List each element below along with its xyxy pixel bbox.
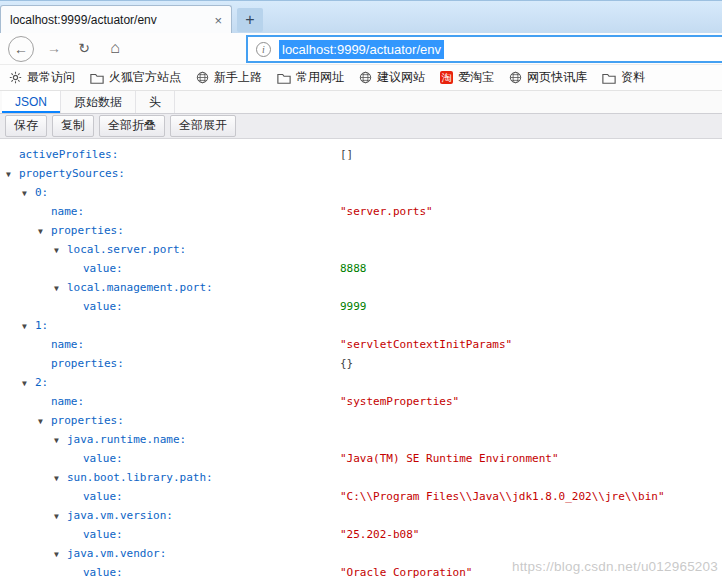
tab-close-icon[interactable]: × bbox=[214, 13, 222, 28]
json-row: activeProfiles:[] bbox=[0, 145, 722, 164]
json-key: 1: bbox=[35, 319, 48, 332]
expand-arrow-icon[interactable]: ▼ bbox=[54, 469, 67, 488]
viewer-toolbar-button[interactable]: 保存 bbox=[5, 115, 47, 137]
url-bar[interactable]: i localhost:9999/actuator/env bbox=[246, 35, 722, 63]
bookmark-label: 常用网址 bbox=[296, 69, 344, 86]
json-key: 2: bbox=[35, 376, 48, 389]
new-tab-button[interactable]: + bbox=[237, 8, 263, 32]
json-key: properties: bbox=[51, 357, 124, 370]
globe-icon bbox=[196, 71, 209, 84]
info-icon[interactable]: i bbox=[256, 42, 271, 57]
folder-icon bbox=[90, 72, 104, 84]
expand-arrow-icon[interactable]: ▼ bbox=[22, 317, 35, 336]
reload-button[interactable]: ↻ bbox=[74, 40, 94, 56]
expand-arrow-icon[interactable]: ▼ bbox=[54, 431, 67, 450]
navigation-toolbar: ← → ↻ ⌂ i localhost:9999/actuator/env bbox=[0, 33, 722, 65]
forward-button[interactable]: → bbox=[44, 40, 64, 56]
json-row: ▼local.management.port: bbox=[0, 278, 722, 297]
browser-tab[interactable]: localhost:9999/actuator/env × bbox=[0, 5, 232, 34]
expand-arrow-icon[interactable]: ▼ bbox=[22, 184, 35, 203]
tao-icon: 淘 bbox=[440, 71, 453, 84]
expand-arrow-icon[interactable]: ▼ bbox=[54, 507, 67, 526]
json-row: value:9999 bbox=[0, 297, 722, 316]
json-row: ▼0: bbox=[0, 183, 722, 202]
json-key: properties: bbox=[51, 224, 124, 237]
json-row: properties:{} bbox=[0, 354, 722, 373]
bookmark-item[interactable]: 火狐官方站点 bbox=[90, 69, 181, 86]
json-value: 9999 bbox=[340, 297, 367, 316]
tab-title: localhost:9999/actuator/env bbox=[10, 13, 208, 27]
url-input[interactable]: localhost:9999/actuator/env bbox=[279, 40, 444, 59]
watermark: https://blog.csdn.net/u012965203 bbox=[512, 559, 718, 574]
json-row: value:"Java(TM) SE Runtime Environment" bbox=[0, 449, 722, 468]
bookmark-item[interactable]: 网页快讯库 bbox=[509, 69, 587, 86]
bookmark-label: 爱淘宝 bbox=[458, 69, 494, 86]
json-row: name:"server.ports" bbox=[0, 202, 722, 221]
globe-icon bbox=[359, 71, 372, 84]
viewer-tab[interactable]: 原始数据 bbox=[61, 91, 136, 113]
expand-arrow-icon[interactable]: ▼ bbox=[54, 279, 67, 298]
json-row: ▼local.server.port: bbox=[0, 240, 722, 259]
bookmark-item[interactable]: 淘爱淘宝 bbox=[440, 69, 494, 86]
json-key: java.vm.vendor: bbox=[67, 547, 166, 560]
json-row: value:8888 bbox=[0, 259, 722, 278]
json-key: name: bbox=[51, 395, 84, 408]
viewer-tab[interactable]: 头 bbox=[136, 91, 175, 113]
viewer-tab[interactable]: JSON bbox=[2, 91, 61, 113]
json-key: name: bbox=[51, 338, 84, 351]
json-row: ▼1: bbox=[0, 316, 722, 335]
json-row: ▼properties: bbox=[0, 411, 722, 430]
json-row: name:"servletContextInitParams" bbox=[0, 335, 722, 354]
json-key: value: bbox=[83, 528, 123, 541]
back-button[interactable]: ← bbox=[8, 36, 34, 62]
json-key: value: bbox=[83, 262, 123, 275]
json-row: ▼properties: bbox=[0, 221, 722, 240]
viewer-toolbar-button[interactable]: 全部折叠 bbox=[99, 115, 165, 137]
json-row: value:"25.202-b08" bbox=[0, 525, 722, 544]
viewer-toolbar-button[interactable]: 复制 bbox=[52, 115, 94, 137]
expand-arrow-icon[interactable]: ▼ bbox=[54, 241, 67, 260]
json-key: 0: bbox=[35, 186, 48, 199]
json-row: ▼propertySources: bbox=[0, 164, 722, 183]
json-key: activeProfiles: bbox=[19, 148, 118, 161]
viewer-toolbar-button[interactable]: 全部展开 bbox=[170, 115, 236, 137]
bookmark-item[interactable]: 最常访问 bbox=[9, 69, 75, 86]
json-value: "systemProperties" bbox=[340, 392, 459, 411]
bookmark-label: 火狐官方站点 bbox=[109, 69, 181, 86]
bookmark-item[interactable]: 常用网址 bbox=[277, 69, 344, 86]
json-row: value:"C:\\Program Files\\Java\\jdk1.8.0… bbox=[0, 487, 722, 506]
bookmark-item[interactable]: 建议网站 bbox=[359, 69, 425, 86]
json-tree: activeProfiles:[]▼propertySources:▼0:nam… bbox=[0, 139, 722, 582]
json-value: "25.202-b08" bbox=[340, 525, 419, 544]
globe-icon bbox=[509, 71, 522, 84]
bookmark-item[interactable]: 新手上路 bbox=[196, 69, 262, 86]
json-value: 8888 bbox=[340, 259, 367, 278]
bookmark-item[interactable]: 资料 bbox=[602, 69, 645, 86]
bookmark-label: 建议网站 bbox=[377, 69, 425, 86]
expand-arrow-icon[interactable]: ▼ bbox=[22, 374, 35, 393]
json-value: "server.ports" bbox=[340, 202, 433, 221]
expand-arrow-icon[interactable]: ▼ bbox=[38, 222, 51, 241]
json-value: "C:\\Program Files\\Java\\jdk1.8.0_202\\… bbox=[340, 487, 665, 506]
json-key: local.management.port: bbox=[67, 281, 213, 294]
json-value: "Java(TM) SE Runtime Environment" bbox=[340, 449, 559, 468]
json-key: propertySources: bbox=[19, 167, 125, 180]
expand-arrow-icon[interactable]: ▼ bbox=[54, 545, 67, 564]
folder-icon bbox=[602, 72, 616, 84]
bookmark-label: 资料 bbox=[621, 69, 645, 86]
json-key: properties: bbox=[51, 414, 124, 427]
json-key: value: bbox=[83, 300, 123, 313]
home-button[interactable]: ⌂ bbox=[104, 39, 126, 57]
expand-arrow-icon[interactable]: ▼ bbox=[6, 165, 19, 184]
json-key: name: bbox=[51, 205, 84, 218]
json-row: name:"systemProperties" bbox=[0, 392, 722, 411]
json-viewer-toolbar: 保存复制全部折叠全部展开 bbox=[0, 114, 722, 139]
json-value: {} bbox=[340, 354, 353, 373]
json-key: java.vm.version: bbox=[67, 509, 173, 522]
json-key: local.server.port: bbox=[67, 243, 186, 256]
json-row: ▼java.vm.version: bbox=[0, 506, 722, 525]
folder-icon bbox=[277, 72, 291, 84]
expand-arrow-icon[interactable]: ▼ bbox=[38, 412, 51, 431]
json-row: ▼java.runtime.name: bbox=[0, 430, 722, 449]
gear-icon bbox=[9, 71, 22, 84]
